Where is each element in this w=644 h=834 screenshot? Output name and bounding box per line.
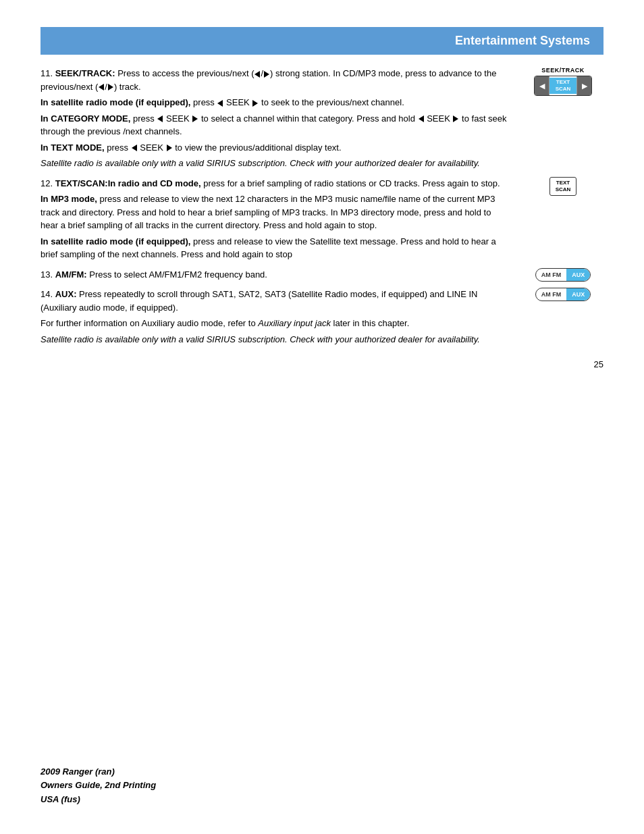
header-title: Entertainment Systems <box>455 34 590 47</box>
seek-track-widget-label: SEEK/TRACK <box>541 67 585 74</box>
amfm-aux-widget: AM FM AUX <box>535 268 591 282</box>
arrow-right-icon <box>264 71 269 78</box>
seek-track-text: 11. SEEK/TRACK: Press to access the prev… <box>41 67 509 173</box>
page-header: Entertainment Systems <box>41 27 603 55</box>
arrow-left-icon <box>254 71 260 78</box>
seek-track-title: SEEK/TRACK: <box>55 68 115 78</box>
footer-line2: Owners Guide, 2nd Printing <box>41 779 156 793</box>
seek-right-icon <box>252 100 258 107</box>
arrow-left2-icon <box>99 84 104 90</box>
mp3-label: In MP3 mode, <box>41 194 97 204</box>
page-number: 25 <box>41 359 603 369</box>
cat-left-icon <box>157 115 163 122</box>
arrow-right2-icon <box>108 84 113 90</box>
amfm-button-2[interactable]: AM FM <box>536 288 567 301</box>
amfm-button[interactable]: AM FM <box>536 269 567 281</box>
text-scan-subtitle: In radio and CD mode, <box>108 178 201 188</box>
satellite-mode-label: In satellite radio mode (if equipped), <box>41 236 190 246</box>
cat-hold-left-icon <box>419 115 424 122</box>
cat-hold-right-icon <box>453 115 458 122</box>
category-label: In CATEGORY MODE, <box>41 113 130 124</box>
seek-left-button[interactable]: ◀ <box>535 76 549 95</box>
seek-track-widget: ◀ TEXT SCAN ▶ <box>534 76 592 96</box>
footer-region: USA (fus) <box>41 794 80 804</box>
footer-line1: 2009 Ranger (ran) <box>41 765 156 779</box>
satellite-note: Satellite radio is available only with a… <box>41 157 509 170</box>
amfm-title: AM/FM: <box>55 269 87 280</box>
amfm-aux-widget-2: AM FM AUX <box>535 288 591 301</box>
text-scan-widget: TEXTSCAN <box>549 177 577 197</box>
section-seek-track: 11. SEEK/TRACK: Press to access the prev… <box>41 67 603 173</box>
cat-right-icon <box>192 115 198 122</box>
amfm-widget-container: AM FM AUX <box>522 268 603 282</box>
text-mode-label: In TEXT MODE, <box>41 142 105 153</box>
seek-right-button[interactable]: ▶ <box>576 76 591 95</box>
aux-text: 14. AUX: Press repeatedly to scroll thro… <box>41 288 509 348</box>
satellite-label: In satellite radio mode (if equipped), <box>41 97 190 107</box>
aux-button-1[interactable]: AUX <box>566 269 590 281</box>
section-text-scan: 12. TEXT/SCAN:In radio and CD mode, pres… <box>41 177 603 264</box>
aux-title: AUX: <box>55 289 77 299</box>
seek-center-display: TEXT SCAN <box>549 78 576 95</box>
text-scan-widget-container: TEXTSCAN <box>522 177 603 197</box>
page: Entertainment Systems 11. SEEK/TRACK: Pr… <box>0 0 644 834</box>
section-aux: 14. AUX: Press repeatedly to scroll thro… <box>41 288 603 348</box>
section-amfm: 13. AM/FM: Press to select AM/FM1/FM2 fr… <box>41 268 603 284</box>
aux-button-2[interactable]: AUX <box>566 288 590 301</box>
footer-line3: USA (fus) <box>41 793 156 807</box>
text-label: TEXT <box>556 79 570 85</box>
footer-guide: Owners Guide, 2nd Printing <box>41 780 156 790</box>
scan-label: SCAN <box>556 86 571 92</box>
aux-satellite-note: Satellite radio is available only with a… <box>41 333 509 346</box>
content-area: 11. SEEK/TRACK: Press to access the prev… <box>41 67 603 353</box>
footer-year-model: 2009 Ranger (ran) <box>41 766 115 777</box>
aux-widget-container: AM FM AUX <box>522 288 603 301</box>
footer: 2009 Ranger (ran) Owners Guide, 2nd Prin… <box>41 765 156 807</box>
text-scan-widget-text: TEXTSCAN <box>556 180 571 192</box>
seek-left-icon <box>217 100 223 107</box>
amfm-text: 13. AM/FM: Press to select AM/FM1/FM2 fr… <box>41 268 509 284</box>
aux-italic-ref: Auxiliary input jack <box>258 318 331 328</box>
text-scan-text: 12. TEXT/SCAN:In radio and CD mode, pres… <box>41 177 509 264</box>
seek-track-widget-container: SEEK/TRACK ◀ TEXT SCAN ▶ <box>522 67 603 96</box>
text-left-icon <box>132 145 137 151</box>
text-scan-title: TEXT/SCAN: <box>55 178 108 188</box>
text-right-icon <box>167 145 172 151</box>
